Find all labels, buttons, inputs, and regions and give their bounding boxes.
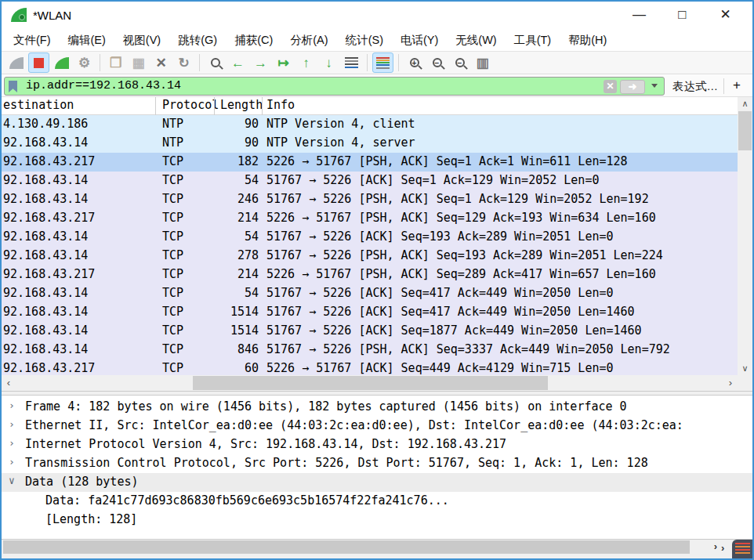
column-separator[interactable] (214, 97, 215, 115)
detail-line-7[interactable]: [Length: 128] (2, 511, 752, 529)
filter-apply-icon[interactable]: ➜ (620, 80, 645, 94)
menu-item-8[interactable]: 无线(W) (447, 30, 505, 51)
save-file-icon: ▦ (132, 56, 144, 70)
column-header-length[interactable]: Length (220, 98, 263, 112)
filter-clear-icon[interactable]: ✕ (604, 80, 617, 93)
packet-row-6[interactable]: 92.168.43.217TCP2145226 → 51767 [PSH, AC… (2, 209, 738, 228)
cell-info: NTP Version 4, server (266, 135, 415, 150)
expression-button[interactable]: 表达式… (672, 79, 718, 94)
filter-bookmark-icon[interactable] (9, 81, 17, 92)
column-header-info[interactable]: Info (266, 98, 295, 112)
menu-item-5[interactable]: 分析(A) (281, 30, 336, 51)
overlay-widget[interactable] (732, 540, 752, 558)
zoom-out-icon[interactable]: − (426, 52, 448, 73)
go-to-packet-icon[interactable]: ↦ (273, 52, 294, 73)
expander-closed-icon[interactable]: › (9, 418, 15, 430)
cell-proto: TCP (162, 323, 183, 338)
expander-open-icon[interactable]: ∨ (9, 475, 15, 486)
packet-list-vscrollbar[interactable]: ∧ ∨ (738, 97, 752, 375)
menu-item-2[interactable]: 视图(V) (114, 30, 169, 51)
packet-row-10[interactable]: 92.168.43.14TCP5451767 → 5226 [ACK] Seq=… (2, 284, 738, 303)
menu-item-4[interactable]: 捕获(C) (226, 30, 281, 51)
display-filter-input[interactable]: ip.addr==192.168.43.14 ✕ ➜ (4, 77, 665, 96)
packet-row-11[interactable]: 92.168.43.14TCP151451767 → 5226 [ACK] Se… (2, 303, 738, 322)
capture-options-icon[interactable]: ⚙ (74, 52, 95, 73)
menu-item-7[interactable]: 电话(Y) (392, 30, 447, 51)
menu-item-1[interactable]: 编辑(E) (60, 30, 114, 51)
colorize-icon[interactable] (372, 52, 393, 73)
overlay-chevron-icon[interactable]: › (721, 542, 724, 554)
close-file-icon[interactable]: ✕ (150, 52, 172, 73)
title-bar[interactable]: *WLAN — □ ✕ (2, 2, 752, 30)
column-header-protocol[interactable]: Protocol (162, 98, 219, 112)
close-button[interactable]: ✕ (704, 2, 747, 30)
stop-capture-icon[interactable] (28, 52, 49, 73)
go-to-top-icon[interactable]: ↑ (295, 52, 317, 73)
expander-closed-icon[interactable]: › (9, 456, 15, 468)
packet-row-4[interactable]: 92.168.43.14TCP5451767 → 5226 [ACK] Seq=… (2, 172, 738, 190)
expander-closed-icon[interactable]: › (9, 399, 15, 411)
cell-dest: 92.168.43.217 (3, 154, 95, 168)
packet-row-13[interactable]: 92.168.43.14TCP84651767 → 5226 [PSH, ACK… (2, 341, 738, 359)
filter-value[interactable]: ip.addr==192.168.43.14 (26, 79, 181, 92)
restart-capture-icon[interactable] (51, 52, 72, 73)
toolbar-separator (199, 54, 200, 71)
detail-line-3[interactable]: ›Internet Protocol Version 4, Src: 192.1… (2, 435, 752, 454)
packet-list-hscrollbar[interactable]: ‹ › (2, 375, 738, 391)
minimize-button[interactable]: — (618, 2, 661, 30)
detail-line-5-selected[interactable]: ∨Data (128 bytes) (2, 473, 752, 492)
reload-icon[interactable]: ↻ (173, 52, 194, 73)
column-header-estination[interactable]: estination (3, 98, 74, 112)
detail-text: Ethernet II, Src: IntelCor_ea:d0:ee (44:… (25, 418, 683, 432)
open-file-icon[interactable]: ❐ (105, 52, 126, 73)
resize-columns-icon[interactable]: ▥ (472, 52, 493, 73)
detail-line-6[interactable]: Data: fa241c77d693c86830fb569c6e693c5b16… (2, 492, 752, 511)
scroll-left-icon[interactable]: ‹ (2, 375, 16, 391)
scroll-up-icon[interactable]: ∧ (738, 97, 752, 110)
expander-closed-icon[interactable]: › (9, 437, 15, 449)
packet-row-14[interactable]: 92.168.43.217TCP605226 → 51767 [ACK] Seq… (2, 359, 738, 375)
detail-line-1[interactable]: ›Frame 4: 182 bytes on wire (1456 bits),… (2, 398, 752, 417)
cell-info: 5226 → 51767 [ACK] Seq=449 Ack=4129 Win=… (266, 361, 614, 375)
main-toolbar: ⚙❐▦✕↻←→↦↑↓+−−▥ (2, 51, 752, 74)
packet-row-5[interactable]: 92.168.43.14TCP24651767 → 5226 [PSH, ACK… (2, 190, 738, 209)
menu-item-10[interactable]: 帮助(H) (560, 30, 615, 51)
packet-row-8[interactable]: 92.168.43.14TCP27851767 → 5226 [PSH, ACK… (2, 247, 738, 266)
menu-item-3[interactable]: 跳转(G) (169, 30, 226, 51)
packet-row-12[interactable]: 92.168.43.14TCP151451767 → 5226 [ACK] Se… (2, 322, 738, 341)
packet-row-9[interactable]: 92.168.43.217TCP2145226 → 51767 [PSH, AC… (2, 266, 738, 284)
add-filter-button[interactable]: + (733, 78, 741, 93)
start-capture-icon[interactable] (5, 52, 27, 73)
next-packet-icon[interactable]: → (250, 52, 271, 73)
scroll-down-icon[interactable]: ∨ (738, 362, 752, 375)
zoom-normal-icon[interactable]: − (449, 52, 470, 73)
save-file-icon[interactable]: ▦ (128, 52, 149, 73)
previous-packet-icon[interactable]: ← (227, 52, 248, 73)
packet-row-2[interactable]: 92.168.43.14NTP90NTP Version 4, server (2, 134, 738, 153)
vscroll-thumb[interactable] (738, 111, 752, 150)
find-packet-icon[interactable] (205, 52, 226, 73)
cell-len: 214 (210, 211, 259, 225)
scroll-right-icon[interactable]: › (723, 375, 738, 391)
packet-row-7[interactable]: 92.168.43.14TCP5451767 → 5226 [ACK] Seq=… (2, 228, 738, 247)
column-separator[interactable] (155, 97, 156, 115)
menu-item-9[interactable]: 工具(T) (506, 30, 560, 51)
packet-row-1[interactable]: 4.130.49.186NTP90NTP Version 4, client (2, 115, 738, 134)
menu-item-6[interactable]: 统计(S) (337, 30, 392, 51)
details-hscrollbar[interactable]: › (2, 539, 752, 554)
cell-len: 1514 (210, 323, 259, 338)
detail-line-4[interactable]: ›Transmission Control Protocol, Src Port… (2, 454, 752, 473)
go-to-bottom-icon[interactable]: ↓ (318, 52, 339, 73)
menu-item-0[interactable]: 文件(F) (5, 30, 60, 51)
filter-dropdown-caret-icon[interactable] (651, 84, 658, 88)
packet-list: 4.130.49.186NTP90NTP Version 4, client92… (2, 115, 738, 375)
details-hscroll-thumb[interactable] (3, 540, 690, 554)
column-separator[interactable] (262, 97, 263, 115)
cell-info: 5226 → 51767 [PSH, ACK] Seq=129 Ack=193 … (266, 211, 656, 225)
auto-scroll-icon[interactable] (341, 52, 362, 73)
detail-line-2[interactable]: ›Ethernet II, Src: IntelCor_ea:d0:ee (44… (2, 417, 752, 435)
zoom-in-icon[interactable]: + (404, 52, 425, 73)
maximize-button[interactable]: □ (661, 2, 704, 30)
hscroll-thumb[interactable] (193, 376, 548, 390)
packet-row-3-selected[interactable]: 92.168.43.217TCP1825226 → 51767 [PSH, AC… (2, 153, 738, 172)
